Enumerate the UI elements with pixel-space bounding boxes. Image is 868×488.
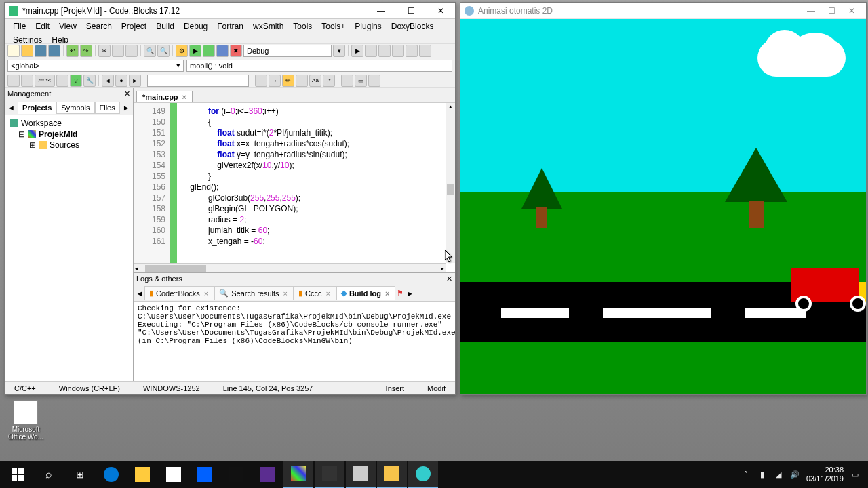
- tab-next-icon[interactable]: ►: [120, 104, 133, 112]
- jump-fwd-icon[interactable]: ►: [129, 75, 141, 87]
- scope-function-combo[interactable]: mobil() : void: [186, 60, 452, 72]
- menu-plugins[interactable]: Plugins: [351, 20, 385, 33]
- taskbar-dropbox[interactable]: [190, 461, 220, 488]
- management-close-icon[interactable]: ✕: [124, 89, 130, 98]
- taskbar-photos[interactable]: [315, 461, 344, 488]
- menu-search[interactable]: Search: [82, 20, 116, 33]
- misc-tool-icon[interactable]: [368, 75, 380, 87]
- doxy-help-icon[interactable]: ?: [70, 75, 82, 87]
- cut-icon[interactable]: ✂: [98, 45, 111, 57]
- debug-target-dropdown-icon[interactable]: ▾: [333, 45, 345, 57]
- log-tab-buildlog[interactable]: ◆Build log×: [336, 286, 395, 300]
- next-instr-icon[interactable]: [419, 45, 431, 57]
- run-doxywizard-icon[interactable]: [21, 75, 33, 87]
- logs-tab-prev-icon[interactable]: ◄: [135, 289, 144, 298]
- menu-doxyblocks[interactable]: DoxyBlocks: [387, 20, 438, 33]
- menu-build[interactable]: Build: [152, 20, 178, 33]
- menu-fortran[interactable]: Fortran: [213, 20, 248, 33]
- minimize-button[interactable]: —: [801, 5, 821, 17]
- menu-view[interactable]: View: [55, 20, 81, 33]
- logs-content[interactable]: Checking for existence: C:\Users\User\Do…: [134, 302, 455, 381]
- run-icon[interactable]: ▶: [189, 45, 201, 57]
- tray-clock[interactable]: 20:38 03/11/2019: [806, 466, 844, 483]
- search-button[interactable]: ⌕: [34, 461, 64, 488]
- scrollbar-thumb[interactable]: [145, 265, 206, 272]
- logs-tab-flag-icon[interactable]: ⚑: [395, 289, 405, 298]
- code-lines[interactable]: for (i=0;i<=360;i++) { float sudut=i*(2*…: [177, 103, 455, 272]
- start-button[interactable]: [3, 461, 33, 488]
- code-editor[interactable]: 149150151152153154155156157158159160161 …: [134, 103, 455, 272]
- new-file-icon[interactable]: [7, 45, 20, 57]
- tab-symbols[interactable]: Symbols: [56, 102, 94, 114]
- log-tab-cccc[interactable]: ▮Cccc×: [294, 286, 336, 300]
- undo-icon[interactable]: ↶: [66, 45, 79, 57]
- log-tab-close-icon[interactable]: ×: [203, 289, 210, 298]
- tray-notifications-icon[interactable]: ▭: [850, 470, 860, 479]
- menu-toolsplus[interactable]: Tools+: [317, 20, 349, 33]
- tree-sources[interactable]: ⊞Sources: [7, 140, 130, 150]
- taskbar-console[interactable]: [346, 461, 376, 488]
- menu-tools[interactable]: Tools: [289, 20, 316, 33]
- minimize-button[interactable]: —: [371, 5, 391, 17]
- tab-prev-icon[interactable]: ◄: [5, 104, 18, 112]
- run-to-cursor-icon[interactable]: [365, 45, 377, 57]
- taskbar-codeblocks[interactable]: [283, 461, 313, 488]
- rect-tool-icon[interactable]: ▭: [355, 75, 367, 87]
- step-into-icon[interactable]: [392, 45, 404, 57]
- build-target-combo[interactable]: Debug: [243, 45, 332, 57]
- vertical-scrollbar[interactable]: ▴: [446, 103, 455, 263]
- paste-icon[interactable]: [125, 45, 138, 57]
- replace-icon[interactable]: 🔍: [157, 45, 170, 57]
- debug-start-icon[interactable]: ▶: [351, 45, 363, 57]
- project-tree[interactable]: Workspace ⊟ProjekMId ⊞Sources: [5, 115, 133, 381]
- find-icon[interactable]: 🔍: [144, 45, 156, 57]
- horizontal-scrollbar[interactable]: ◂▸: [134, 263, 446, 272]
- copy-icon[interactable]: [112, 45, 124, 57]
- log-tab-close-icon[interactable]: ×: [384, 289, 391, 298]
- codeblocks-titlebar[interactable]: *main.cpp [ProjekMId] - Code::Blocks 17.…: [5, 3, 455, 19]
- abort-icon[interactable]: ✖: [230, 45, 242, 57]
- tab-files[interactable]: Files: [95, 102, 120, 114]
- taskbar-explorer[interactable]: [127, 461, 157, 488]
- scrollbar-thumb[interactable]: [447, 184, 454, 195]
- taskbar-glut[interactable]: [408, 461, 438, 488]
- tool-icon[interactable]: 🔧: [83, 75, 96, 87]
- taskbar-store[interactable]: [159, 461, 189, 488]
- maximize-button[interactable]: ☐: [821, 5, 842, 17]
- open-file-icon[interactable]: [21, 45, 33, 57]
- tray-chevron-up-icon[interactable]: ˄: [741, 470, 751, 479]
- save-all-icon[interactable]: [48, 45, 60, 57]
- opengl-titlebar[interactable]: Animasi otomatis 2D — ☐ ✕: [460, 3, 866, 19]
- build-icon[interactable]: ⚙: [176, 45, 188, 57]
- maximize-button[interactable]: ☐: [401, 5, 421, 17]
- comment-block-icon[interactable]: /** *<: [35, 75, 55, 87]
- tray-wifi-icon[interactable]: ◢: [774, 470, 783, 479]
- highlight-icon[interactable]: ✏: [282, 75, 294, 87]
- search-combo[interactable]: [147, 75, 249, 87]
- menu-file[interactable]: File: [9, 20, 30, 33]
- jump-back-icon[interactable]: ◄: [102, 75, 114, 87]
- editor-tab-close-icon[interactable]: ×: [182, 93, 186, 101]
- close-button[interactable]: ✕: [431, 5, 451, 17]
- step-out-icon[interactable]: [406, 45, 418, 57]
- tree-project[interactable]: ⊟ProjekMId: [7, 129, 130, 140]
- logs-close-icon[interactable]: ✕: [446, 274, 452, 283]
- build-run-icon[interactable]: [203, 45, 215, 57]
- bookmark-icon[interactable]: ●: [115, 75, 127, 87]
- menu-debug[interactable]: Debug: [180, 20, 212, 33]
- match-case-icon[interactable]: Aa: [309, 75, 321, 87]
- editor-tab-main[interactable]: *main.cpp ×: [136, 91, 193, 102]
- tray-volume-icon[interactable]: 🔊: [790, 470, 800, 479]
- redo-icon[interactable]: ↷: [80, 45, 92, 57]
- log-tab-codeblocks[interactable]: ▮Code::Blocks×: [144, 286, 214, 300]
- menu-wxsmith[interactable]: wxSmith: [249, 20, 288, 33]
- doxy-view-icon[interactable]: [56, 75, 68, 87]
- tab-projects[interactable]: Projects: [18, 102, 56, 114]
- log-tab-close-icon[interactable]: ×: [282, 289, 289, 298]
- taskbar-app1[interactable]: [221, 461, 251, 488]
- next-icon[interactable]: →: [269, 75, 281, 87]
- rebuild-icon[interactable]: [216, 45, 229, 57]
- tree-workspace[interactable]: Workspace: [7, 118, 130, 129]
- menu-edit[interactable]: Edit: [31, 20, 54, 33]
- select-tool-icon[interactable]: [341, 75, 353, 87]
